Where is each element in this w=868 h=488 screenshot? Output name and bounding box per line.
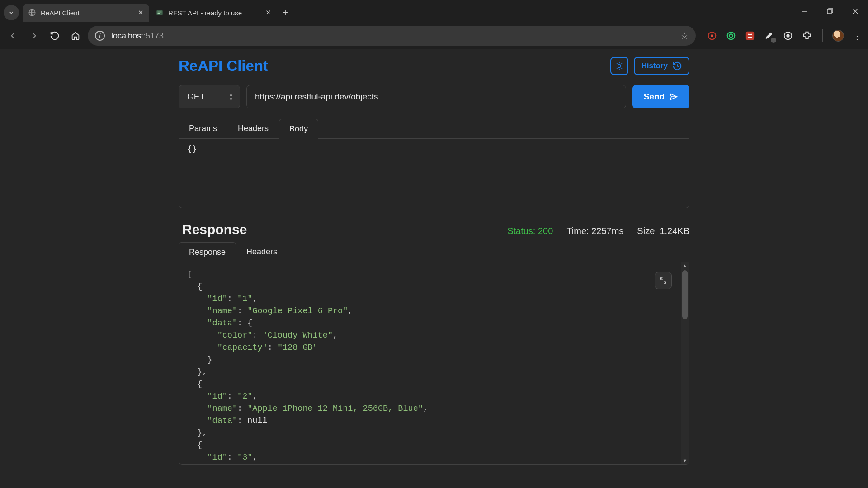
app-title: ReAPI Client — [179, 57, 268, 75]
history-label: History — [641, 61, 668, 70]
tab-params[interactable]: Params — [179, 118, 227, 138]
separator — [822, 29, 823, 42]
site-icon — [156, 9, 164, 17]
browser-tab-1[interactable]: ReAPI Client ✕ — [23, 4, 149, 22]
tab-headers[interactable]: Headers — [227, 118, 279, 138]
browser-titlebar: ReAPI Client ✕ REST API - ready to use ✕… — [0, 0, 868, 23]
url-text: localhost:5173 — [111, 31, 164, 41]
request-row: GET ▲▼ Send — [179, 85, 689, 108]
browser-tab-title: ReAPI Client — [41, 9, 80, 17]
site-info-icon[interactable]: i — [95, 31, 105, 41]
svg-point-13 — [750, 33, 752, 35]
extension-icon-2[interactable] — [725, 29, 737, 42]
svg-point-10 — [729, 34, 732, 37]
scroll-down-icon[interactable]: ▼ — [681, 457, 689, 464]
send-label: Send — [644, 92, 665, 102]
history-button[interactable]: History — [634, 57, 689, 75]
method-value: GET — [187, 92, 205, 102]
svg-point-12 — [748, 33, 750, 35]
bookmark-icon[interactable]: ☆ — [680, 30, 689, 41]
scroll-thumb[interactable] — [682, 270, 688, 319]
extension-icon-3[interactable] — [744, 29, 756, 42]
history-icon — [672, 61, 682, 71]
close-window-button[interactable] — [843, 0, 868, 23]
globe-icon — [28, 9, 36, 17]
response-tabs: Response Headers — [179, 242, 689, 262]
browser-toolbar: i localhost:5173 ☆ ⋮ — [0, 23, 868, 49]
new-tab-button[interactable]: + — [278, 5, 293, 20]
response-body[interactable]: [ { "id": "1", "name": "Google Pixel 6 P… — [179, 262, 689, 470]
close-icon[interactable]: ✕ — [265, 9, 271, 17]
expand-button[interactable] — [655, 272, 672, 289]
window-controls — [792, 0, 868, 23]
chevron-updown-icon: ▲▼ — [229, 93, 233, 101]
back-button[interactable] — [5, 26, 22, 45]
extensions-menu-icon[interactable] — [801, 29, 813, 42]
response-meta: Status: 200 Time: 2257ms Size: 1.24KB — [507, 226, 689, 236]
svg-rect-2 — [158, 12, 162, 13]
method-select[interactable]: GET ▲▼ — [179, 85, 240, 108]
response-size: Size: 1.24KB — [637, 226, 689, 236]
svg-rect-11 — [746, 32, 754, 40]
svg-rect-3 — [158, 13, 160, 14]
response-body-panel: [ { "id": "1", "name": "Google Pixel 6 P… — [179, 262, 689, 465]
maximize-button[interactable] — [817, 0, 843, 23]
browser-tab-row: ReAPI Client ✕ REST API - ready to use ✕… — [0, 0, 792, 22]
svg-point-16 — [618, 65, 621, 68]
tab-response-headers[interactable]: Headers — [236, 242, 288, 262]
app-header: ReAPI Client History — [179, 57, 689, 75]
svg-point-8 — [708, 32, 716, 40]
extension-icons: ⋮ — [706, 29, 863, 42]
extension-icon-4[interactable] — [763, 29, 775, 42]
svg-rect-5 — [827, 9, 831, 14]
request-tabs: Params Headers Body — [179, 118, 689, 139]
extension-icon-5[interactable] — [782, 29, 794, 42]
extension-icon-1[interactable] — [706, 29, 718, 42]
search-tabs-button[interactable] — [4, 5, 19, 20]
forward-button[interactable] — [25, 26, 42, 45]
response-header: Response Status: 200 Time: 2257ms Size: … — [179, 222, 689, 237]
close-icon[interactable]: ✕ — [138, 9, 144, 17]
svg-point-9 — [727, 32, 735, 40]
tab-response[interactable]: Response — [179, 242, 236, 262]
response-title: Response — [182, 222, 247, 237]
reload-button[interactable] — [46, 26, 63, 45]
browser-tab-title: REST API - ready to use — [168, 9, 242, 17]
scroll-up-icon[interactable]: ▲ — [681, 262, 689, 269]
send-button[interactable]: Send — [632, 85, 689, 108]
browser-tab-2[interactable]: REST API - ready to use ✕ — [150, 4, 277, 22]
browser-menu-button[interactable]: ⋮ — [851, 29, 863, 42]
request-url-input[interactable] — [246, 85, 626, 108]
svg-rect-1 — [156, 10, 163, 15]
request-body-textarea[interactable]: {} — [179, 139, 689, 208]
send-icon — [669, 92, 678, 101]
address-bar[interactable]: i localhost:5173 ☆ — [88, 26, 696, 46]
home-button[interactable] — [67, 26, 84, 45]
theme-toggle-button[interactable] — [610, 57, 628, 75]
app-root: ReAPI Client History GET ▲▼ Send — [179, 49, 689, 465]
status-badge: Status: 200 — [507, 226, 553, 236]
tab-body[interactable]: Body — [279, 119, 318, 139]
profile-avatar[interactable] — [832, 29, 844, 42]
scrollbar[interactable]: ▲ ▼ — [681, 262, 689, 464]
page-viewport: ReAPI Client History GET ▲▼ Send — [0, 49, 868, 488]
minimize-button[interactable] — [792, 0, 817, 23]
svg-point-15 — [787, 34, 789, 37]
response-time: Time: 2257ms — [566, 226, 623, 236]
